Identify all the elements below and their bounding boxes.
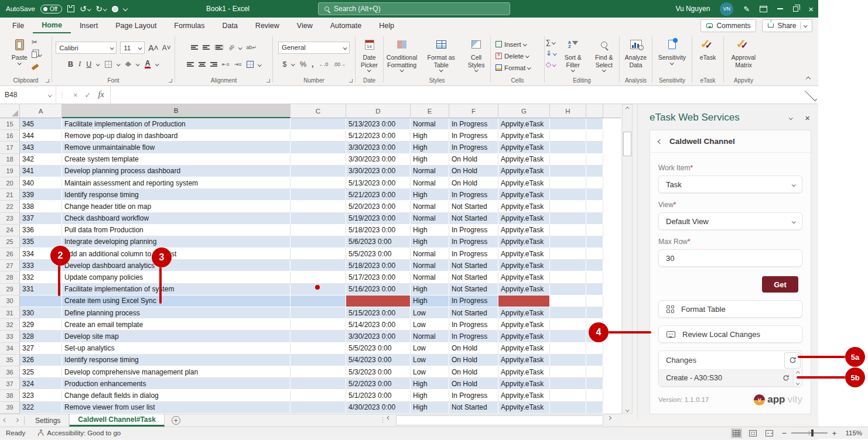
customize-qat-button[interactable] [124,7,127,11]
cell-G32[interactable]: Appvity.eTask [498,319,550,331]
autosum-button[interactable]: ∑ [546,37,555,47]
sensitivity-button[interactable]: Sensitivity [657,36,687,64]
cell-B16[interactable]: Remove pop-up dialog in dashboard [62,130,291,142]
search-box[interactable]: Search (Alt+Q) [318,2,510,15]
hscroll-left-icon[interactable] [387,416,391,420]
record-button[interactable] [112,6,118,12]
top-align-button[interactable] [191,45,198,50]
cell-D15[interactable]: 5/13/2023 0:00 [346,118,411,130]
cell-I15[interactable] [586,118,603,130]
cell-H29[interactable] [550,284,586,295]
cell-C20[interactable] [291,177,346,189]
cell-E34[interactable]: Low [411,343,449,355]
cell-G37[interactable]: Appvity.eTask [498,378,550,390]
decrease-decimal-button[interactable]: .00→ [333,61,345,67]
zoom-out-button[interactable]: − [782,428,787,438]
cell-E38[interactable]: High [411,390,449,401]
pane-close-icon[interactable]: × [805,114,810,122]
column-header-G[interactable]: G [498,104,550,118]
cell-C34[interactable] [291,343,346,355]
font-name-select[interactable]: Calibri [56,42,117,54]
row-header-16[interactable]: 16 [0,130,20,142]
cell-B21[interactable]: Identify response timing [62,189,291,201]
cell-I35[interactable] [586,355,603,366]
analyze-data-button[interactable]: Analyze Data [620,36,652,69]
row-header-19[interactable]: 19 [0,166,20,177]
cell-D28[interactable]: 5/17/2023 0:00 [346,271,411,283]
cell-C16[interactable] [291,130,346,142]
cell-B15[interactable]: Facilitate implementation of Production [62,118,291,130]
cell-E37[interactable]: High [411,378,449,390]
clipboard-dialog-launcher[interactable] [46,79,49,82]
cell-F33[interactable]: In Progress [449,331,498,342]
row-header-25[interactable]: 25 [0,236,20,248]
cell-C23[interactable] [291,213,346,225]
cell-H39[interactable] [550,402,586,414]
row-header-30[interactable]: 30 [0,295,20,307]
cell-G23[interactable]: Appvity.eTask [498,213,550,225]
cell-B37[interactable]: Production enhancements [62,378,291,390]
cell-D18[interactable]: 3/30/2023 0:00 [346,154,411,166]
cell-F19[interactable]: On Hold [449,166,498,177]
save-button[interactable] [67,5,74,12]
cell-F39[interactable]: Not Started [449,402,498,414]
scroll-up-icon[interactable] [626,107,629,111]
cell-F23[interactable]: Not Started [449,213,498,225]
format-painter-button[interactable] [32,62,39,71]
cell-D25[interactable]: 5/6/2023 0:00 [346,236,411,248]
cell-F31[interactable]: Not Started [449,307,498,319]
select-all-corner[interactable] [0,104,20,118]
borders-button[interactable] [105,61,112,68]
tab-help[interactable]: Help [370,18,403,33]
tab-data[interactable]: Data [213,18,246,33]
cell-G18[interactable]: Appvity.eTask [498,154,550,166]
cell-A24[interactable]: 336 [20,225,62,236]
cell-E31[interactable]: Low [411,307,449,319]
cell-G27[interactable]: Appvity.eTask [498,260,550,271]
decrease-font-size-button[interactable]: A˅ [162,44,171,52]
zoom-in-button[interactable]: + [832,429,837,438]
cell-E22[interactable]: Normal [411,201,449,212]
fill-color-button[interactable] [125,61,131,67]
column-header-D[interactable]: D [346,104,411,118]
insert-cells-button[interactable]: Insert [495,39,526,50]
italic-button[interactable]: I [78,60,81,68]
pane-options-icon[interactable] [789,116,792,119]
tab-home[interactable]: Home [33,18,71,33]
cell-I16[interactable] [586,130,603,142]
max-row-input[interactable]: 30 [658,249,802,267]
clear-button[interactable]: ◇ [546,60,556,69]
formula-input[interactable] [111,86,804,104]
cell-F18[interactable]: On Hold [449,154,498,166]
row-header-28[interactable]: 28 [0,271,20,283]
cell-E18[interactable]: High [411,154,449,166]
cell-H35[interactable] [550,355,586,366]
cell-B33[interactable]: Develop site map [62,331,291,342]
cell-C32[interactable] [291,319,346,331]
cell-H28[interactable] [550,271,586,283]
copy-button[interactable] [32,50,42,59]
bottom-align-button[interactable] [214,44,224,50]
increase-font-size-button[interactable]: A˄ [148,43,159,53]
font-size-select[interactable]: 11 [120,42,145,54]
redo-button[interactable]: ↻ [95,5,106,13]
cell-I25[interactable] [586,236,603,248]
cell-G33[interactable]: Appvity.eTask [498,331,550,342]
cell-B27[interactable]: Develop dashboard analytics [62,260,291,271]
insert-function-icon[interactable]: fx [98,90,104,99]
cell-E30[interactable]: High [411,295,449,307]
cell-C33[interactable] [291,331,346,342]
row-header-34[interactable]: 34 [0,343,20,355]
cell-E21[interactable]: High [411,189,449,201]
cell-F26[interactable]: In Progress [449,248,498,260]
row-header-37[interactable]: 37 [0,378,20,390]
cell-A19[interactable]: 341 [20,166,62,177]
user-name[interactable]: Vu Nguyen [675,5,710,13]
cell-G17[interactable]: Appvity.eTask [498,142,550,153]
cell-I23[interactable] [586,213,603,225]
cell-B28[interactable]: Update company policies [62,271,291,283]
tab-file[interactable]: File [4,18,33,33]
cell-A37[interactable]: 324 [20,378,62,390]
cell-B20[interactable]: Maintain assessment and reporting system [62,177,291,189]
cell-D22[interactable]: 5/20/2023 0:00 [346,201,411,212]
